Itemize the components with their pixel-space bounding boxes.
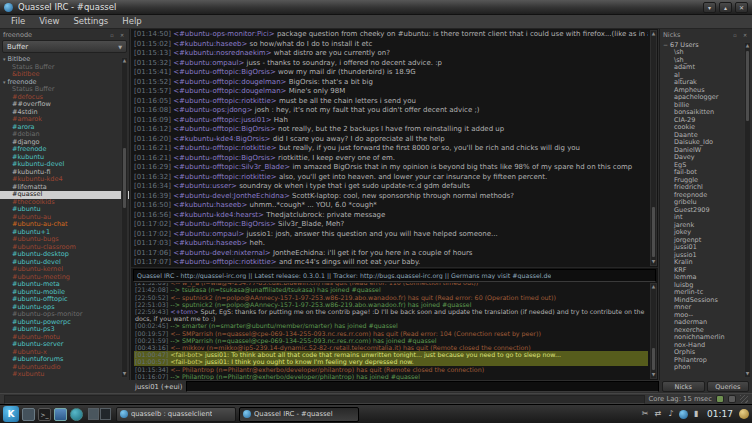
nick-item[interactable]: moo-- bbox=[660, 312, 752, 320]
buffer-item[interactable]: #kubuntu-fi bbox=[0, 169, 129, 177]
scrollbar-thumb[interactable] bbox=[746, 51, 749, 121]
buffer-item[interactable]: #ubuntu-motu bbox=[0, 334, 129, 342]
nick-item[interactable]: EgS bbox=[660, 162, 752, 170]
own-nick-label[interactable]: jussi01 (+eui) bbox=[131, 383, 186, 391]
buffer-item[interactable]: #ubuntu-devel bbox=[0, 259, 129, 267]
buffer-item[interactable]: #ubuntu-bugs bbox=[0, 236, 129, 244]
konsole-icon[interactable]: >_ bbox=[38, 408, 51, 421]
nick-item[interactable]: jussi01 bbox=[660, 244, 752, 252]
buffer-item[interactable]: #xubuntu bbox=[0, 371, 129, 379]
nick-item[interactable]: merlin-tc bbox=[660, 289, 752, 297]
buffer-item[interactable]: #ubuntu-ops bbox=[0, 304, 129, 312]
buffer-item[interactable]: #kubuntu bbox=[0, 154, 129, 162]
buffer-item[interactable]: #ubuntu+1 bbox=[0, 229, 129, 237]
nick-item[interactable]: CIA-29 bbox=[660, 117, 752, 125]
menu-settings[interactable]: Settings bbox=[66, 15, 115, 28]
nick-item[interactable]: Fruggle bbox=[660, 177, 752, 185]
scroll-up-icon[interactable]: ▲ bbox=[651, 31, 656, 37]
resize-grip[interactable] bbox=[740, 395, 748, 403]
nick-item[interactable]: mner bbox=[660, 304, 752, 312]
buffer-item[interactable]: #ubuntu-au bbox=[0, 214, 129, 222]
nick-item[interactable]: lemma bbox=[660, 274, 752, 282]
nick-item[interactable]: jussio1 bbox=[660, 252, 752, 260]
buffer-item[interactable]: #ubuntu-au-chat bbox=[0, 221, 129, 229]
nick-item[interactable]: freepnode bbox=[660, 192, 752, 200]
menu-view[interactable]: View bbox=[32, 15, 66, 28]
buffer-item[interactable]: Status Buffer bbox=[0, 64, 129, 72]
nick-item[interactable]: billie bbox=[660, 102, 752, 110]
buffer-item[interactable]: #4stdin bbox=[0, 109, 129, 117]
buffer-item[interactable]: #ubuntustudio bbox=[0, 364, 129, 372]
pager-desktop-1[interactable] bbox=[88, 408, 99, 420]
buffer-item[interactable]: #debian bbox=[0, 131, 129, 139]
buffer-item[interactable]: #ubuntuforums bbox=[0, 356, 129, 364]
nick-item[interactable]: Daisuke_Ido bbox=[660, 139, 752, 147]
panel-clock[interactable]: 01:17 bbox=[704, 409, 736, 419]
nick-item[interactable]: Guest2909 bbox=[660, 207, 752, 215]
nick-item[interactable]: nexerche bbox=[660, 327, 752, 335]
show-desktop-icon[interactable] bbox=[22, 408, 35, 421]
nick-item[interactable]: apachelogger bbox=[660, 94, 752, 102]
buffer-list-scrollbar[interactable]: ▲ ▼ bbox=[121, 57, 128, 378]
scroll-down-icon[interactable]: ▼ bbox=[651, 372, 656, 378]
kde-menu-button[interactable]: K bbox=[3, 406, 19, 422]
scroll-up-icon[interactable]: ▲ bbox=[745, 43, 750, 49]
buffer-item[interactable]: #amarok bbox=[0, 116, 129, 124]
buffer-item[interactable]: ##overflow bbox=[0, 101, 129, 109]
nick-item[interactable]: Davey bbox=[660, 154, 752, 162]
scroll-down-icon[interactable]: ▼ bbox=[745, 371, 750, 377]
channel-chat-scrollbar[interactable]: ▲ ▼ bbox=[650, 283, 657, 379]
nick-list-scrollbar[interactable]: ▲ ▼ bbox=[744, 42, 751, 378]
expander-icon[interactable]: ▾ bbox=[3, 79, 6, 87]
nick-dock-titlebar[interactable]: Nicks ▫ ✕ bbox=[660, 29, 752, 40]
buffer-item[interactable]: #arora bbox=[0, 124, 129, 132]
nick-item[interactable]: alturak bbox=[660, 79, 752, 87]
tab-nicks[interactable]: Nicks bbox=[662, 381, 705, 392]
buffer-item[interactable]: #ubuntu-x bbox=[0, 349, 129, 357]
buffer-item[interactable]: #ubuntu-ops-monitor bbox=[0, 311, 129, 319]
scroll-up-icon[interactable]: ▲ bbox=[651, 284, 656, 290]
buffer-item[interactable]: #ubuntu-kernel bbox=[0, 266, 129, 274]
nick-item[interactable]: jokey bbox=[660, 229, 752, 237]
nick-item[interactable]: naderman bbox=[660, 319, 752, 327]
nick-item[interactable]: \sh_ bbox=[660, 57, 752, 65]
buffer-item[interactable]: #defocus bbox=[0, 94, 129, 102]
buffer-item[interactable]: #thecoolkids bbox=[0, 199, 129, 207]
chat-monitor-scrollbar[interactable]: ▲ ▼ bbox=[650, 30, 657, 266]
buffer-item[interactable]: #ubuntu-server bbox=[0, 341, 129, 349]
scroll-down-icon[interactable]: ▼ bbox=[651, 259, 656, 265]
buffer-item[interactable]: #ubuntu-meeting bbox=[0, 274, 129, 282]
nick-item[interactable]: DanielW bbox=[660, 147, 752, 155]
nick-item[interactable]: Philantrop bbox=[660, 357, 752, 365]
window-titlebar[interactable]: Quassel IRC - #quassel ▾ ▴ ✕ bbox=[0, 0, 752, 15]
nick-item[interactable]: fail-bot bbox=[660, 169, 752, 177]
tab-queries[interactable]: Queries bbox=[707, 381, 750, 392]
nick-item[interactable]: KRF bbox=[660, 267, 752, 275]
nick-item[interactable]: gribelu bbox=[660, 199, 752, 207]
dock-close-icon[interactable]: ✕ bbox=[118, 31, 126, 39]
menu-file[interactable]: File bbox=[4, 15, 32, 28]
quassel-tray-icon[interactable] bbox=[679, 410, 688, 419]
nick-item[interactable]: jorgenpt bbox=[660, 237, 752, 245]
nick-item[interactable]: cookie bbox=[660, 124, 752, 132]
buffer-dock-titlebar[interactable]: freenode ▫ ✕ bbox=[0, 29, 129, 40]
core-connection-icon[interactable] bbox=[716, 395, 724, 403]
expander-icon[interactable]: − bbox=[663, 41, 668, 49]
close-button[interactable]: ✕ bbox=[735, 2, 748, 13]
network-item[interactable]: ▾Bitlbee bbox=[0, 56, 129, 64]
buffer-item[interactable]: #freenode bbox=[0, 146, 129, 154]
scroll-down-icon[interactable]: ▼ bbox=[122, 371, 127, 377]
taskbar-task[interactable]: quasselb : quasselclient bbox=[116, 407, 236, 422]
panel-toolbox-icon[interactable] bbox=[739, 409, 749, 419]
scrollbar-thumb[interactable] bbox=[123, 148, 126, 208]
menu-help[interactable]: Help bbox=[115, 15, 148, 28]
nick-item[interactable]: friedrichl bbox=[660, 184, 752, 192]
buffer-item[interactable]: #ubuntu-classroom bbox=[0, 244, 129, 252]
buffer-item[interactable]: #kubuntu-kde4 bbox=[0, 176, 129, 184]
buffer-item[interactable]: #django bbox=[0, 139, 129, 147]
dock-float-icon[interactable]: ▫ bbox=[731, 31, 739, 39]
buffer-item[interactable]: #quassel bbox=[0, 191, 129, 199]
nick-item[interactable]: \sh bbox=[660, 49, 752, 57]
nick-item[interactable]: jarenk bbox=[660, 222, 752, 230]
nick-item[interactable]: al_ bbox=[660, 72, 752, 80]
